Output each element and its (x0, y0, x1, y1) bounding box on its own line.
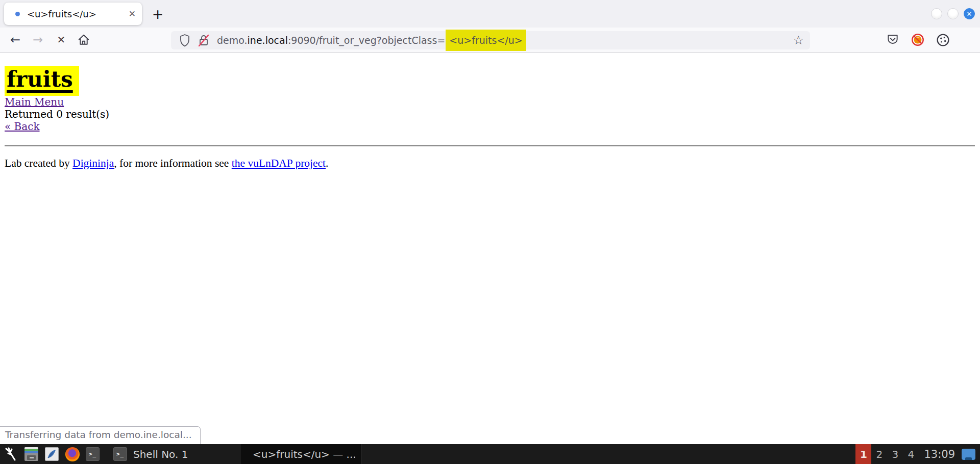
url-text: demo.ine.local:9090/fruit_or_veg?objectC… (217, 30, 526, 51)
bookmark-star-icon[interactable]: ☆ (793, 33, 804, 47)
tab-attention-dot-icon (15, 12, 20, 16)
text-editor-icon[interactable] (44, 447, 59, 461)
taskbar-window-shell[interactable]: >_ Shell No. 1 (107, 444, 239, 464)
back-button[interactable]: ← (4, 28, 27, 52)
workspace-4[interactable]: 4 (903, 444, 919, 464)
terminal-launcher-icon[interactable]: >_ (85, 447, 100, 461)
clock[interactable]: 13:09 (924, 448, 955, 460)
url-domain: ine.local (248, 35, 288, 46)
footer-suffix: . (326, 157, 328, 169)
blocked-extension-icon[interactable] (911, 32, 925, 47)
window-controls: ✕ (931, 8, 975, 19)
url-subdomain: demo. (217, 35, 248, 46)
workspace-2[interactable]: 2 (871, 444, 887, 464)
digininja-link[interactable]: Digininja (72, 157, 114, 169)
home-icon (77, 33, 90, 46)
result-count-text: Returned 0 result(s) (5, 108, 980, 120)
url-selected-text: <u>fruits</u> (446, 30, 526, 51)
tab-close-icon[interactable]: ✕ (129, 9, 136, 19)
toolbar-right-icons (886, 28, 973, 52)
vulndap-project-link[interactable]: the vuLnDAP project (232, 157, 326, 169)
taskbar: >_ >_ Shell No. 1 <u>fruits</u> — ... 1 … (0, 444, 980, 464)
forward-button: → (27, 28, 49, 52)
insecure-connection-lock-icon[interactable] (197, 33, 211, 47)
app-menu-claw-icon[interactable] (4, 447, 18, 461)
workspace-pager: 1 2 3 4 (855, 444, 919, 464)
pocket-icon[interactable] (886, 32, 900, 47)
tab-title: <u>fruits</u> (27, 9, 126, 19)
back-link[interactable]: « Back (5, 120, 40, 133)
menu-hamburger-icon[interactable] (961, 32, 973, 47)
footer-prefix: Lab created by (5, 157, 72, 169)
window-maximize-button[interactable] (947, 8, 959, 19)
window-minimize-button[interactable] (931, 8, 942, 19)
status-bar: Transferring data from demo.ine.local... (0, 426, 201, 444)
navigation-toolbar: ← → ✕ demo.ine.local:9090/fruit_or_veg?o… (0, 28, 980, 53)
new-tab-button[interactable]: + (148, 4, 167, 23)
browser-tab[interactable]: <u>fruits</u> ✕ (4, 3, 142, 25)
main-menu-link[interactable]: Main Menu (5, 96, 64, 108)
firefox-window-label: <u>fruits</u> — ... (253, 448, 356, 460)
window-close-button[interactable]: ✕ (964, 8, 975, 19)
workspace-3[interactable]: 3 (887, 444, 903, 464)
tab-strip: <u>fruits</u> ✕ + ✕ (0, 0, 980, 28)
stop-button[interactable]: ✕ (50, 28, 72, 52)
divider (5, 145, 975, 146)
page-title: fruits (5, 66, 79, 96)
tray-display-icon[interactable] (962, 449, 975, 460)
file-manager-icon[interactable] (24, 447, 39, 461)
firefox-launcher-icon[interactable] (65, 447, 80, 461)
tracking-protection-shield-icon[interactable] (178, 34, 191, 47)
home-button[interactable] (72, 28, 95, 52)
cookie-icon[interactable] (936, 32, 950, 47)
taskbar-window-firefox[interactable]: <u>fruits</u> — ... (240, 444, 361, 464)
url-path: :9090/fruit_or_veg?objectClass= (288, 35, 445, 46)
footer-text: Lab created by Digininja, for more infor… (5, 157, 980, 170)
terminal-icon: >_ (113, 447, 127, 461)
url-bar[interactable]: demo.ine.local:9090/fruit_or_veg?objectC… (171, 31, 810, 49)
shell-window-label: Shell No. 1 (133, 448, 188, 460)
footer-middle: , for more information see (114, 157, 231, 169)
workspace-1[interactable]: 1 (855, 444, 871, 464)
page-content: fruits Main Menu Returned 0 result(s) « … (0, 53, 980, 444)
